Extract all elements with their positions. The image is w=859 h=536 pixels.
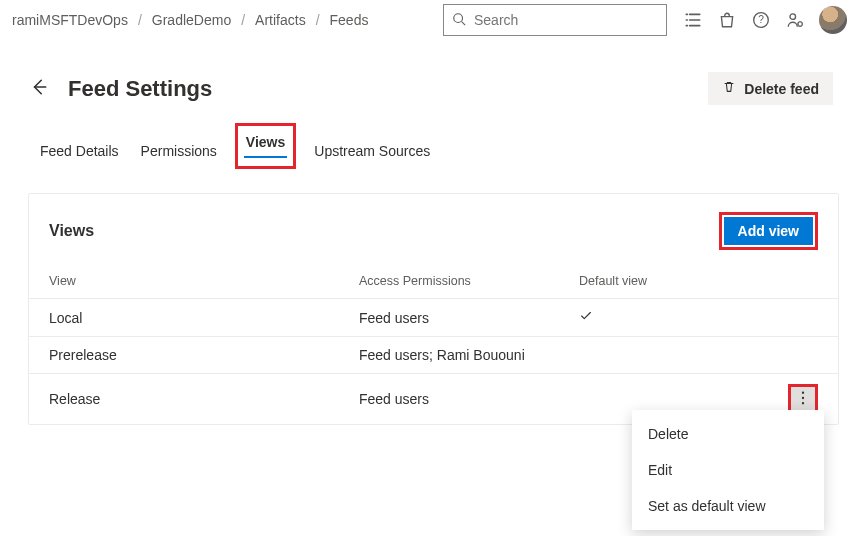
page-header: Feed Settings Delete feed bbox=[0, 42, 859, 123]
user-settings-icon[interactable] bbox=[785, 10, 805, 30]
search-icon bbox=[452, 12, 466, 29]
breadcrumb-sep: / bbox=[316, 12, 320, 28]
tab-views[interactable]: Views bbox=[244, 128, 287, 160]
views-card-title: Views bbox=[49, 222, 94, 240]
column-header-default: Default view bbox=[579, 274, 749, 288]
top-icon-bar: ? bbox=[683, 6, 847, 34]
svg-point-4 bbox=[790, 14, 796, 20]
cell-view-name: Local bbox=[49, 310, 359, 326]
add-view-button[interactable]: Add view bbox=[724, 217, 813, 245]
column-header-access: Access Permissions bbox=[359, 274, 579, 288]
breadcrumb-sep: / bbox=[138, 12, 142, 28]
breadcrumb-sep: / bbox=[241, 12, 245, 28]
kebab-icon bbox=[797, 391, 809, 408]
breadcrumb-link[interactable]: ramiMSFTDevOps bbox=[12, 12, 128, 28]
avatar[interactable] bbox=[819, 6, 847, 34]
tab-bar: Feed Details Permissions Views Upstream … bbox=[0, 123, 859, 169]
breadcrumb-link[interactable]: Artifacts bbox=[255, 12, 306, 28]
breadcrumb: ramiMSFTDevOps / GradleDemo / Artifacts … bbox=[12, 12, 368, 28]
table-row[interactable]: Local Feed users bbox=[29, 298, 838, 336]
back-arrow-icon[interactable] bbox=[30, 78, 48, 99]
menu-item-delete[interactable]: Delete bbox=[632, 416, 824, 452]
svg-point-7 bbox=[802, 391, 804, 393]
menu-item-set-default[interactable]: Set as default view bbox=[632, 488, 824, 524]
menu-item-edit[interactable]: Edit bbox=[632, 452, 824, 488]
cell-access: Feed users bbox=[359, 391, 579, 407]
cell-view-name: Prerelease bbox=[49, 347, 359, 363]
tab-permissions[interactable]: Permissions bbox=[139, 137, 219, 169]
help-icon[interactable]: ? bbox=[751, 10, 771, 30]
shopping-bag-icon[interactable] bbox=[717, 10, 737, 30]
more-options-button[interactable] bbox=[791, 387, 815, 411]
svg-point-8 bbox=[802, 396, 804, 398]
trash-icon bbox=[722, 80, 736, 97]
delete-feed-button[interactable]: Delete feed bbox=[708, 72, 833, 105]
svg-point-0 bbox=[454, 13, 463, 22]
views-card-header: Views Add view bbox=[29, 194, 838, 264]
highlight-box: Add view bbox=[719, 212, 818, 250]
cell-access: Feed users; Rami Bououni bbox=[359, 347, 579, 363]
table-row[interactable]: Prerelease Feed users; Rami Bououni bbox=[29, 336, 838, 373]
breadcrumb-link[interactable]: Feeds bbox=[330, 12, 369, 28]
page-title: Feed Settings bbox=[68, 76, 212, 102]
svg-text:?: ? bbox=[758, 14, 764, 25]
search-input[interactable] bbox=[472, 11, 658, 29]
cell-access: Feed users bbox=[359, 310, 579, 326]
table-header: View Access Permissions Default view bbox=[29, 264, 838, 298]
breadcrumb-link[interactable]: GradleDemo bbox=[152, 12, 231, 28]
delete-feed-label: Delete feed bbox=[744, 81, 819, 97]
search-box[interactable] bbox=[443, 4, 667, 36]
highlight-box: Views bbox=[235, 123, 296, 169]
default-check-icon bbox=[579, 309, 749, 326]
tab-feed-details[interactable]: Feed Details bbox=[38, 137, 121, 169]
svg-point-9 bbox=[802, 402, 804, 404]
cell-view-name: Release bbox=[49, 391, 359, 407]
context-menu: Delete Edit Set as default view bbox=[632, 410, 824, 530]
top-bar: ramiMSFTDevOps / GradleDemo / Artifacts … bbox=[0, 0, 859, 42]
tab-upstream-sources[interactable]: Upstream Sources bbox=[312, 137, 432, 169]
views-card: Views Add view View Access Permissions D… bbox=[28, 193, 839, 425]
list-icon[interactable] bbox=[683, 10, 703, 30]
svg-line-1 bbox=[462, 21, 466, 25]
column-header-view: View bbox=[49, 274, 359, 288]
